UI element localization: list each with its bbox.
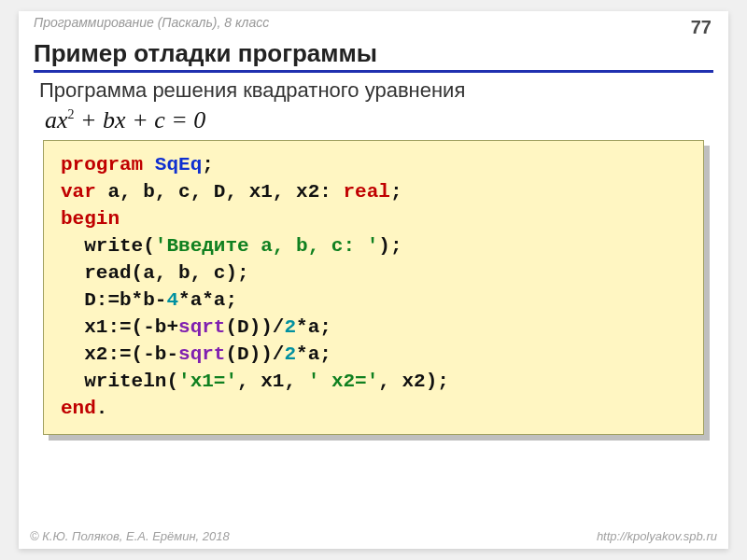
t: D:=b*b-: [61, 289, 166, 311]
subtitle: Программа решения квадратного уравнения: [39, 78, 713, 103]
t: (D))/: [225, 343, 284, 365]
num: 4: [166, 289, 178, 311]
code-content: program SqEq; var a, b, c, D, x1, x2: re…: [43, 140, 704, 435]
page-number: 77: [691, 17, 712, 38]
t: (D))/: [225, 316, 284, 338]
t: , x1,: [237, 371, 308, 392]
t: ;: [390, 181, 402, 203]
t: writeln(: [61, 371, 178, 392]
prog-name: SqEq: [155, 154, 202, 175]
t: *a;: [296, 316, 331, 338]
equation: ax2 + bx + c = 0: [45, 106, 728, 134]
kw-program: program: [61, 154, 155, 175]
t: *a;: [296, 343, 331, 365]
t: ;: [202, 154, 214, 175]
fn-sqrt: sqrt: [178, 316, 225, 338]
authors: © К.Ю. Поляков, Е.А. Ерёмин, 2018: [30, 529, 230, 543]
str: 'x1=': [178, 371, 237, 392]
footer-url: http://kpolyakov.spb.ru: [597, 529, 717, 543]
kw-begin: begin: [61, 208, 120, 230]
kw-real: real: [343, 181, 389, 203]
eq-a: ax: [45, 106, 68, 133]
num: 2: [284, 316, 296, 338]
kw-var: var: [61, 181, 96, 203]
eq-rest: + bx + c = 0: [75, 106, 206, 133]
course-label: Программирование (Паскаль), 8 класс: [34, 15, 269, 30]
t: x2:=(-b-: [61, 343, 178, 365]
num: 2: [284, 343, 296, 365]
vars: a, b, c, D, x1, x2:: [96, 181, 344, 203]
t: *a*a;: [178, 289, 237, 311]
t: , x2);: [378, 371, 449, 392]
t: read(a, b, c);: [61, 262, 249, 284]
slide-title: Пример отладки программы: [34, 39, 713, 73]
str: 'Введите a, b, c: ': [155, 235, 378, 257]
t: write(: [61, 235, 155, 257]
str: ' x2=': [308, 371, 379, 392]
t: x1:=(-b+: [61, 316, 178, 338]
eq-sup: 2: [68, 107, 75, 121]
footer: © К.Ю. Поляков, Е.А. Ерёмин, 2018 http:/…: [30, 529, 717, 543]
t: );: [378, 235, 402, 257]
code-block: program SqEq; var a, b, c, D, x1, x2: re…: [43, 140, 704, 435]
kw-end: end: [61, 398, 96, 419]
t: .: [96, 398, 108, 419]
slide: Программирование (Паскаль), 8 класс 77 П…: [19, 11, 728, 549]
fn-sqrt: sqrt: [178, 343, 225, 365]
header: Программирование (Паскаль), 8 класс: [19, 11, 728, 30]
